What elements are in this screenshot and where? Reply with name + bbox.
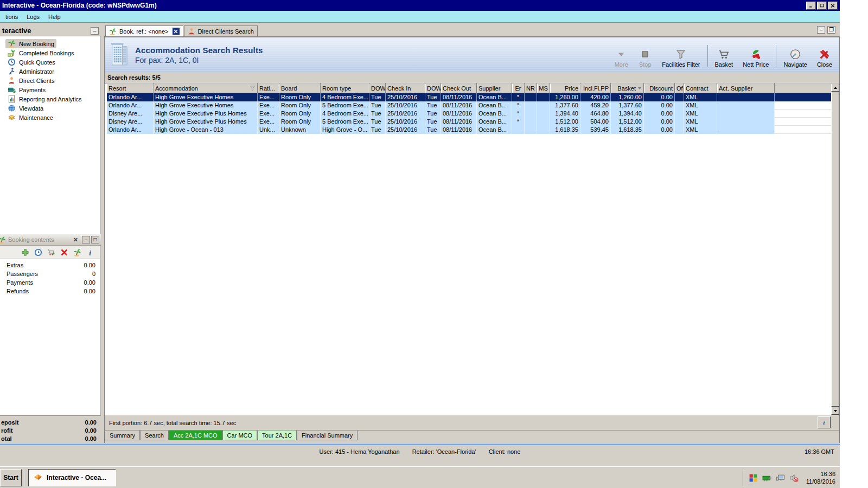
table-cell: Exe...	[258, 101, 279, 110]
toolbar-button-basket[interactable]: Basket	[710, 48, 738, 69]
sidebar-item-new-booking[interactable]: New Booking	[5, 39, 56, 48]
booking-contents-row[interactable]: Payments0.00	[0, 278, 100, 287]
table-cell: Room Only	[279, 101, 321, 110]
task-button[interactable]: Interactive - Ocea...	[28, 469, 116, 486]
mdi-tab-direct-clients-search[interactable]: Direct Clients Search	[184, 25, 258, 36]
booking-contents-row[interactable]: Refunds0.00	[0, 287, 100, 296]
scroll-down-arrow[interactable]	[831, 407, 839, 415]
table-cell: 5 Bedroom Exe...	[321, 118, 369, 126]
close-panel-icon[interactable]: ✕	[72, 236, 80, 243]
table-cell	[675, 126, 684, 134]
minimize-button[interactable]	[806, 2, 816, 10]
tab-close-icon[interactable]	[173, 28, 180, 35]
sidebar-item-reporting-and-analytics[interactable]: Reporting and Analytics	[5, 94, 84, 104]
palm-icon	[8, 40, 16, 48]
network-icon[interactable]	[776, 473, 785, 483]
column-header-ms[interactable]: MS	[537, 84, 550, 93]
booking-contents-row[interactable]: Passengers0	[0, 269, 100, 278]
toolbar-button-navigate[interactable]: Navigate	[778, 48, 812, 69]
column-header-supplier[interactable]: Supplier	[477, 84, 512, 93]
palm-icon[interactable]	[73, 248, 81, 256]
info-button[interactable]: i	[818, 416, 831, 428]
table-row[interactable]: Orlando Ar...High Grove Executive HomesE…	[107, 101, 832, 110]
sidebar-item-completed-bookings[interactable]: Completed Bookings	[5, 48, 76, 57]
toolbar-button-close[interactable]: Close	[812, 48, 837, 69]
antivirus-icon[interactable]	[749, 473, 758, 483]
column-header-check-out[interactable]: Check Out	[441, 84, 477, 93]
speaker-muted-icon[interactable]	[789, 473, 799, 483]
cart-arrow-icon[interactable]	[47, 248, 55, 256]
bottom-tab-car-mco[interactable]: Car MCO	[222, 431, 257, 440]
menu-item-logs[interactable]: Logs	[22, 12, 44, 22]
column-header-room-type[interactable]: Room type	[321, 84, 369, 93]
table-cell: Tue	[425, 93, 441, 101]
bottom-tab-search[interactable]: Search	[140, 431, 169, 440]
scrollbar-thumb[interactable]	[831, 92, 839, 407]
sidebar-item-quick-quotes[interactable]: Quick Quotes	[5, 57, 58, 67]
sidebar-item-payments[interactable]: $Payments	[5, 85, 48, 94]
table-cell: 1,394.40	[550, 110, 580, 118]
column-header-resort[interactable]: Resort	[107, 84, 154, 93]
column-header-nr[interactable]: NR	[525, 84, 537, 93]
sidebar-item-maintenance[interactable]: Maintenance	[5, 113, 55, 122]
scroll-up-arrow[interactable]	[831, 84, 839, 92]
mdi-minimize-button[interactable]: –	[817, 26, 825, 34]
table-row[interactable]: Disney Are...High Grove Executive Plus H…	[107, 118, 832, 126]
bottom-tab-acc-2a-1c-mco[interactable]: Acc 2A,1C MCO	[169, 431, 222, 440]
table-row[interactable]: Orlando Ar...High Grove - Ocean - 013Unk…	[107, 126, 832, 134]
collapse-panel-button[interactable]: –	[91, 27, 99, 35]
column-header-incl-fl-pp[interactable]: Incl.Fl.PP	[580, 84, 611, 93]
totals-row: otal0.00	[0, 435, 101, 444]
bottom-tab-financial-summary[interactable]: Financial Summary	[297, 431, 358, 440]
sidebar-item-administrator[interactable]: Administrator	[5, 67, 56, 76]
column-header-price[interactable]: Price	[550, 84, 580, 93]
mdi-tab-book-ref-none-[interactable]: Book. ref.: <none>	[105, 25, 183, 36]
booking-contents-row[interactable]: Extras0.00	[0, 261, 100, 269]
column-header-board[interactable]: Board	[279, 84, 321, 93]
table-cell: 1,512.00	[611, 118, 644, 126]
menu-item-help[interactable]: Help	[44, 12, 65, 22]
column-header-rati-[interactable]: Rati...	[258, 84, 279, 93]
table-cell: XML	[684, 93, 717, 101]
add-icon[interactable]	[21, 248, 29, 256]
toolbar-button-facilities-filter[interactable]: Facilities Filter	[657, 48, 705, 69]
table-cell: Tue	[369, 126, 386, 134]
toolbar-separator	[776, 45, 776, 67]
column-header-basket[interactable]: Basket	[611, 84, 644, 93]
bc-row-value: 0.00	[84, 288, 95, 294]
menu-item-tions[interactable]: tions	[1, 12, 22, 22]
maximize-button[interactable]	[817, 2, 827, 10]
column-header-check-in[interactable]: Check In	[386, 84, 425, 93]
column-header-dow[interactable]: DOW	[369, 84, 386, 93]
network-card-icon[interactable]	[762, 473, 771, 483]
column-header-of[interactable]: Of	[675, 84, 684, 93]
panel-maximize-button[interactable]: □	[91, 236, 99, 243]
bottom-tab-summary[interactable]: Summary	[105, 431, 140, 440]
filter-funnel-icon[interactable]	[250, 85, 256, 91]
table-cell: High Grove Executive Plus Homes	[154, 110, 258, 118]
close-button[interactable]	[828, 2, 838, 10]
clock-icon[interactable]	[34, 248, 42, 256]
column-header-contract[interactable]: Contract	[684, 84, 717, 93]
delete-icon[interactable]	[60, 248, 68, 256]
panel-minimize-button[interactable]: –	[82, 236, 90, 243]
mdi-restore-button[interactable]: ❐	[827, 26, 835, 34]
bc-row-label: Refunds	[7, 288, 84, 294]
start-button[interactable]: Start	[0, 469, 22, 486]
sidebar-item-direct-clients[interactable]: Direct Clients	[5, 76, 56, 85]
column-header-discount[interactable]: Discount	[644, 84, 675, 93]
table-row[interactable]: Disney Are...High Grove Executive Plus H…	[107, 110, 832, 118]
vertical-scrollbar[interactable]	[831, 84, 839, 415]
column-header-dow[interactable]: DOW	[425, 84, 441, 93]
column-header-er[interactable]: Er	[512, 84, 525, 93]
bottom-tab-tour-2a-1c[interactable]: Tour 2A,1C	[257, 431, 297, 440]
sidebar-item-label: Payments	[19, 87, 46, 93]
column-header-accommodation[interactable]: Accommodation	[154, 84, 258, 93]
table-row[interactable]: Orlando Ar...High Grove Executive HomesE…	[107, 93, 832, 101]
sidebar-item-viewdata[interactable]: Viewdata	[5, 104, 46, 113]
sort-indicator-icon	[637, 87, 642, 89]
toolbar-button-nett-price[interactable]: Nett Price	[738, 48, 774, 69]
column-header-act-supplier[interactable]: Act. Supplier	[717, 84, 775, 93]
info-icon[interactable]: i	[86, 248, 94, 256]
table-cell: Tue	[369, 101, 386, 110]
